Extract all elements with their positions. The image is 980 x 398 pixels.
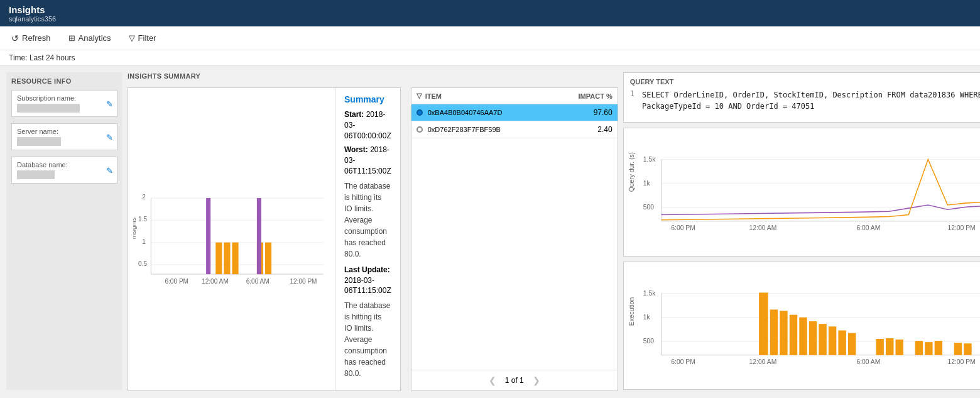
resource-info-panel: RESOURCE INFO Subscription name: ✎ Serve… bbox=[6, 72, 122, 390]
x-label-6pm: 6:00 PM bbox=[165, 278, 188, 285]
qdur-y-1k: 1k bbox=[643, 180, 650, 187]
query-text-title: QUERY TEXT bbox=[630, 78, 980, 86]
query-text-content: 1 SELECT OrderLineID, OrderID, StockItem… bbox=[630, 89, 980, 112]
exec-bar-18 bbox=[964, 343, 971, 355]
database-value bbox=[17, 170, 55, 179]
subscription-field: Subscription name: ✎ bbox=[11, 90, 117, 117]
insights-summary-title: INSIGHTS SUMMARY bbox=[128, 72, 618, 82]
qdur-orange-line bbox=[661, 159, 980, 219]
analytics-label: Analytics bbox=[79, 33, 111, 43]
items-filter-icon: ▽ bbox=[416, 92, 422, 100]
pagination: ❮ 1 of 1 ❯ bbox=[411, 370, 618, 390]
lastupdate-label: Last Update: bbox=[344, 265, 390, 274]
app-title: Insights bbox=[9, 4, 971, 15]
subscription-value bbox=[17, 104, 80, 113]
qdur-purple-line bbox=[661, 204, 980, 215]
start-label: Start: bbox=[344, 110, 364, 119]
exec-y-axis-label: Execution bbox=[629, 297, 635, 326]
summary-title: Summary bbox=[344, 94, 391, 104]
app-header: Insights sqlanalytics356 bbox=[0, 0, 980, 26]
database-field: Database name: ✎ bbox=[11, 157, 117, 184]
query-duration-chart: Query dur. (s) 1.5k 1k 500 6:00 PM 12:00… bbox=[629, 132, 980, 252]
exec-bar-17 bbox=[954, 343, 961, 355]
worst-label: Worst: bbox=[344, 145, 368, 154]
item-dot-1 bbox=[416, 109, 423, 116]
exec-bar-7 bbox=[819, 324, 826, 355]
toolbar: ↺ Refresh ⊞ Analytics ▽ Filter bbox=[0, 26, 980, 50]
bar-orange-3 bbox=[232, 243, 239, 274]
query-code-text: SELECT OrderLineID, OrderID, StockItemID… bbox=[642, 89, 980, 112]
qdur-x-6am: 6:00 AM bbox=[856, 224, 880, 231]
prev-page-button[interactable]: ❮ bbox=[485, 374, 500, 387]
analytics-button[interactable]: ⊞ Analytics bbox=[66, 32, 114, 44]
exec-x-6am: 6:00 AM bbox=[856, 358, 880, 365]
qdur-y-1-5k: 1.5k bbox=[643, 156, 655, 163]
database-edit-icon[interactable]: ✎ bbox=[106, 165, 113, 175]
x-label-12am: 12:00 AM bbox=[202, 278, 229, 285]
database-label: Database name: bbox=[17, 161, 112, 169]
y-label-0-5: 0.5 bbox=[138, 260, 147, 267]
exec-bar-15 bbox=[925, 342, 932, 355]
items-header: ▽ ITEM IMPACT % bbox=[411, 88, 618, 104]
refresh-icon: ↺ bbox=[11, 33, 19, 43]
summary-lastupdate: Last Update: 2018-03-06T11:15:00Z bbox=[344, 265, 391, 296]
exec-y-500: 500 bbox=[643, 338, 654, 345]
execution-chart: Execution 1.5k 1k 500 bbox=[629, 266, 980, 386]
bar-purple-2 bbox=[257, 198, 261, 274]
y-label-1-5: 1.5 bbox=[138, 216, 147, 223]
server-field: Server name: ✎ bbox=[11, 123, 117, 150]
bar-purple-tall bbox=[206, 198, 210, 274]
list-item[interactable]: 0xBA4B0B040746AA7D 97.60 bbox=[411, 104, 618, 121]
x-label-12pm: 12:00 PM bbox=[290, 278, 317, 285]
chart-summary-row: 2 1.5 1 0.5 bbox=[128, 88, 400, 390]
refresh-label: Refresh bbox=[22, 33, 51, 43]
exec-bar-14 bbox=[915, 341, 922, 355]
bar-orange-2 bbox=[224, 243, 230, 274]
exec-bar-6 bbox=[809, 321, 817, 355]
query-line-number: 1 bbox=[630, 89, 634, 98]
qdur-x-6pm: 6:00 PM bbox=[671, 224, 695, 231]
item-impact-1: 97.60 bbox=[575, 108, 612, 117]
insights-chart-area: 2 1.5 1 0.5 bbox=[128, 88, 335, 390]
exec-bar-8 bbox=[829, 326, 836, 355]
server-edit-icon[interactable]: ✎ bbox=[106, 132, 113, 141]
query-text-box: QUERY TEXT 1 SELECT OrderLineID, OrderID… bbox=[623, 72, 980, 123]
exec-y-1k: 1k bbox=[643, 313, 650, 320]
qdur-y-500: 500 bbox=[643, 204, 654, 211]
item-impact-2: 2.40 bbox=[575, 125, 612, 134]
refresh-button[interactable]: ↺ Refresh bbox=[9, 32, 53, 45]
right-panel: QUERY TEXT 1 SELECT OrderLineID, OrderID… bbox=[623, 72, 980, 390]
exec-x-12pm: 12:00 PM bbox=[947, 358, 975, 365]
items-col-impact-label: IMPACT % bbox=[562, 92, 612, 100]
time-bar: Time: Last 24 hours bbox=[0, 50, 980, 66]
pagination-label: 1 of 1 bbox=[505, 376, 524, 385]
items-col-item-label: ITEM bbox=[425, 92, 562, 100]
exec-bar-1 bbox=[759, 292, 768, 355]
main-content: RESOURCE INFO Subscription name: ✎ Serve… bbox=[0, 66, 980, 396]
summary-start: Start: 2018-03-06T00:00:00Z bbox=[344, 109, 391, 141]
server-label: Server name: bbox=[17, 128, 112, 135]
summary-desc2: The database is hitting its IO limits. A… bbox=[344, 300, 391, 379]
resource-info-title: RESOURCE INFO bbox=[11, 77, 117, 85]
exec-bar-10 bbox=[848, 333, 856, 355]
filter-button[interactable]: ▽ Filter bbox=[126, 32, 159, 44]
subscription-edit-icon[interactable]: ✎ bbox=[106, 99, 113, 108]
qdur-y-axis-label: Query dur. (s) bbox=[629, 152, 635, 192]
execution-chart-box: Execution 1.5k 1k 500 bbox=[623, 262, 980, 390]
qdur-x-12am: 12:00 AM bbox=[749, 224, 776, 231]
items-spacer bbox=[411, 138, 618, 370]
summary-text-section: Summary Start: 2018-03-06T00:00:00Z Wors… bbox=[335, 88, 400, 390]
summary-worst: Worst: 2018-03-06T11:15:00Z bbox=[344, 145, 391, 176]
qdur-x-12pm: 12:00 PM bbox=[947, 224, 975, 231]
item-id-2: 0xD762F283F7FBF59B bbox=[428, 126, 575, 133]
exec-x-12am: 12:00 AM bbox=[749, 358, 776, 365]
next-page-button[interactable]: ❯ bbox=[529, 374, 544, 387]
app-subtitle: sqlanalytics356 bbox=[9, 15, 971, 23]
exec-bar-2 bbox=[770, 309, 777, 355]
exec-bar-16 bbox=[934, 341, 942, 355]
exec-bar-13 bbox=[895, 339, 903, 355]
filter-label: Filter bbox=[138, 33, 156, 43]
list-item[interactable]: 0xD762F283F7FBF59B 2.40 bbox=[411, 121, 618, 138]
analytics-icon: ⊞ bbox=[68, 33, 75, 43]
subscription-label: Subscription name: bbox=[17, 94, 112, 102]
